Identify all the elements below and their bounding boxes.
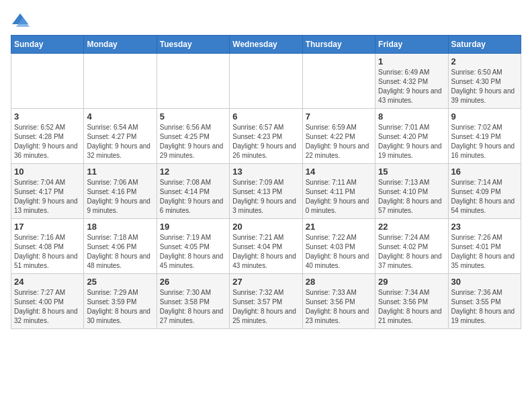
day-number: 30	[451, 277, 518, 287]
day-number: 12	[160, 167, 226, 177]
day-number: 24	[14, 277, 81, 287]
day-number: 23	[451, 222, 518, 232]
day-info: Sunrise: 7:33 AM Sunset: 3:56 PM Dayligh…	[306, 288, 372, 326]
day-number: 10	[14, 167, 81, 177]
day-number: 22	[378, 222, 445, 232]
day-info: Sunrise: 7:21 AM Sunset: 4:04 PM Dayligh…	[232, 233, 299, 271]
calendar-cell: 14Sunrise: 7:11 AM Sunset: 4:11 PM Dayli…	[302, 164, 375, 219]
day-info: Sunrise: 7:02 AM Sunset: 4:19 PM Dayligh…	[451, 123, 518, 161]
page-header	[11, 11, 521, 30]
day-info: Sunrise: 6:54 AM Sunset: 4:27 PM Dayligh…	[87, 123, 153, 161]
logo	[11, 11, 32, 30]
calendar-cell: 15Sunrise: 7:13 AM Sunset: 4:10 PM Dayli…	[375, 164, 448, 219]
day-number: 11	[87, 167, 153, 177]
day-header-monday: Monday	[84, 36, 157, 54]
day-number: 1	[378, 56, 445, 66]
day-info: Sunrise: 7:08 AM Sunset: 4:14 PM Dayligh…	[160, 178, 226, 216]
day-number: 19	[160, 222, 226, 232]
calendar-cell: 21Sunrise: 7:22 AM Sunset: 4:03 PM Dayli…	[302, 219, 375, 274]
day-number: 21	[306, 222, 372, 232]
calendar-cell: 25Sunrise: 7:29 AM Sunset: 3:59 PM Dayli…	[84, 274, 157, 329]
day-number: 26	[160, 277, 226, 287]
day-header-wednesday: Wednesday	[230, 36, 302, 54]
calendar-cell: 9Sunrise: 7:02 AM Sunset: 4:19 PM Daylig…	[448, 109, 521, 164]
day-info: Sunrise: 7:22 AM Sunset: 4:03 PM Dayligh…	[306, 233, 372, 271]
day-number: 29	[378, 277, 445, 287]
day-info: Sunrise: 7:19 AM Sunset: 4:05 PM Dayligh…	[160, 233, 226, 271]
day-number: 9	[451, 111, 518, 122]
calendar-week-row: 1Sunrise: 6:49 AM Sunset: 4:32 PM Daylig…	[11, 54, 521, 109]
day-info: Sunrise: 7:04 AM Sunset: 4:17 PM Dayligh…	[14, 178, 81, 216]
calendar-table: SundayMondayTuesdayWednesdayThursdayFrid…	[11, 35, 521, 329]
calendar-cell: 6Sunrise: 6:57 AM Sunset: 4:23 PM Daylig…	[230, 109, 302, 164]
day-header-tuesday: Tuesday	[157, 36, 229, 54]
day-header-friday: Friday	[375, 36, 448, 54]
calendar-cell: 26Sunrise: 7:30 AM Sunset: 3:58 PM Dayli…	[157, 274, 229, 329]
calendar-cell: 22Sunrise: 7:24 AM Sunset: 4:02 PM Dayli…	[375, 219, 448, 274]
day-info: Sunrise: 6:56 AM Sunset: 4:25 PM Dayligh…	[160, 123, 226, 161]
day-info: Sunrise: 7:14 AM Sunset: 4:09 PM Dayligh…	[451, 178, 518, 216]
calendar-cell: 11Sunrise: 7:06 AM Sunset: 4:16 PM Dayli…	[84, 164, 157, 219]
calendar-cell: 20Sunrise: 7:21 AM Sunset: 4:04 PM Dayli…	[230, 219, 302, 274]
day-number: 7	[306, 111, 372, 122]
calendar-cell: 27Sunrise: 7:32 AM Sunset: 3:57 PM Dayli…	[230, 274, 302, 329]
day-info: Sunrise: 6:57 AM Sunset: 4:23 PM Dayligh…	[232, 123, 299, 161]
day-header-sunday: Sunday	[11, 36, 84, 54]
day-info: Sunrise: 7:18 AM Sunset: 4:06 PM Dayligh…	[87, 233, 153, 271]
day-number: 16	[451, 167, 518, 177]
calendar-week-row: 17Sunrise: 7:16 AM Sunset: 4:08 PM Dayli…	[11, 219, 521, 274]
calendar-cell: 17Sunrise: 7:16 AM Sunset: 4:08 PM Dayli…	[11, 219, 84, 274]
calendar-week-row: 10Sunrise: 7:04 AM Sunset: 4:17 PM Dayli…	[11, 164, 521, 219]
calendar-cell: 30Sunrise: 7:36 AM Sunset: 3:55 PM Dayli…	[448, 274, 521, 329]
day-info: Sunrise: 6:49 AM Sunset: 4:32 PM Dayligh…	[378, 68, 445, 105]
day-info: Sunrise: 7:24 AM Sunset: 4:02 PM Dayligh…	[378, 233, 445, 271]
calendar-cell: 16Sunrise: 7:14 AM Sunset: 4:09 PM Dayli…	[448, 164, 521, 219]
calendar-cell: 8Sunrise: 7:01 AM Sunset: 4:20 PM Daylig…	[375, 109, 448, 164]
day-header-saturday: Saturday	[448, 36, 521, 54]
day-info: Sunrise: 6:52 AM Sunset: 4:28 PM Dayligh…	[14, 123, 81, 161]
day-info: Sunrise: 7:34 AM Sunset: 3:56 PM Dayligh…	[378, 288, 445, 326]
day-info: Sunrise: 7:01 AM Sunset: 4:20 PM Dayligh…	[378, 123, 445, 161]
day-info: Sunrise: 7:26 AM Sunset: 4:01 PM Dayligh…	[451, 233, 518, 271]
day-info: Sunrise: 7:11 AM Sunset: 4:11 PM Dayligh…	[306, 178, 372, 216]
day-info: Sunrise: 7:29 AM Sunset: 3:59 PM Dayligh…	[87, 288, 153, 326]
calendar-cell: 28Sunrise: 7:33 AM Sunset: 3:56 PM Dayli…	[302, 274, 375, 329]
calendar-cell: 5Sunrise: 6:56 AM Sunset: 4:25 PM Daylig…	[157, 109, 229, 164]
calendar-cell: 3Sunrise: 6:52 AM Sunset: 4:28 PM Daylig…	[11, 109, 84, 164]
day-info: Sunrise: 7:16 AM Sunset: 4:08 PM Dayligh…	[14, 233, 81, 271]
day-header-thursday: Thursday	[302, 36, 375, 54]
day-number: 28	[306, 277, 372, 287]
calendar-cell	[157, 54, 229, 109]
day-number: 6	[232, 111, 299, 122]
calendar-cell	[11, 54, 84, 109]
calendar-cell: 18Sunrise: 7:18 AM Sunset: 4:06 PM Dayli…	[84, 219, 157, 274]
day-number: 25	[87, 277, 153, 287]
calendar-cell: 7Sunrise: 6:59 AM Sunset: 4:22 PM Daylig…	[302, 109, 375, 164]
day-info: Sunrise: 7:30 AM Sunset: 3:58 PM Dayligh…	[160, 288, 226, 326]
calendar-cell: 2Sunrise: 6:50 AM Sunset: 4:30 PM Daylig…	[448, 54, 521, 109]
day-info: Sunrise: 7:13 AM Sunset: 4:10 PM Dayligh…	[378, 178, 445, 216]
logo-icon	[11, 11, 30, 30]
day-info: Sunrise: 6:50 AM Sunset: 4:30 PM Dayligh…	[451, 68, 518, 105]
day-number: 14	[306, 167, 372, 177]
calendar-cell: 24Sunrise: 7:27 AM Sunset: 4:00 PM Dayli…	[11, 274, 84, 329]
day-number: 4	[87, 111, 153, 122]
calendar-header-row: SundayMondayTuesdayWednesdayThursdayFrid…	[11, 36, 521, 54]
day-number: 5	[160, 111, 226, 122]
calendar-cell: 1Sunrise: 6:49 AM Sunset: 4:32 PM Daylig…	[375, 54, 448, 109]
calendar-week-row: 24Sunrise: 7:27 AM Sunset: 4:00 PM Dayli…	[11, 274, 521, 329]
calendar-cell: 19Sunrise: 7:19 AM Sunset: 4:05 PM Dayli…	[157, 219, 229, 274]
calendar-cell: 13Sunrise: 7:09 AM Sunset: 4:13 PM Dayli…	[230, 164, 302, 219]
day-info: Sunrise: 7:36 AM Sunset: 3:55 PM Dayligh…	[451, 288, 518, 326]
day-number: 13	[232, 167, 299, 177]
calendar-cell: 10Sunrise: 7:04 AM Sunset: 4:17 PM Dayli…	[11, 164, 84, 219]
calendar-cell: 23Sunrise: 7:26 AM Sunset: 4:01 PM Dayli…	[448, 219, 521, 274]
day-number: 3	[14, 111, 81, 122]
calendar-cell: 12Sunrise: 7:08 AM Sunset: 4:14 PM Dayli…	[157, 164, 229, 219]
day-number: 20	[232, 222, 299, 232]
calendar-cell	[84, 54, 157, 109]
day-info: Sunrise: 6:59 AM Sunset: 4:22 PM Dayligh…	[306, 123, 372, 161]
day-info: Sunrise: 7:27 AM Sunset: 4:00 PM Dayligh…	[14, 288, 81, 326]
calendar-cell: 29Sunrise: 7:34 AM Sunset: 3:56 PM Dayli…	[375, 274, 448, 329]
calendar-cell	[302, 54, 375, 109]
